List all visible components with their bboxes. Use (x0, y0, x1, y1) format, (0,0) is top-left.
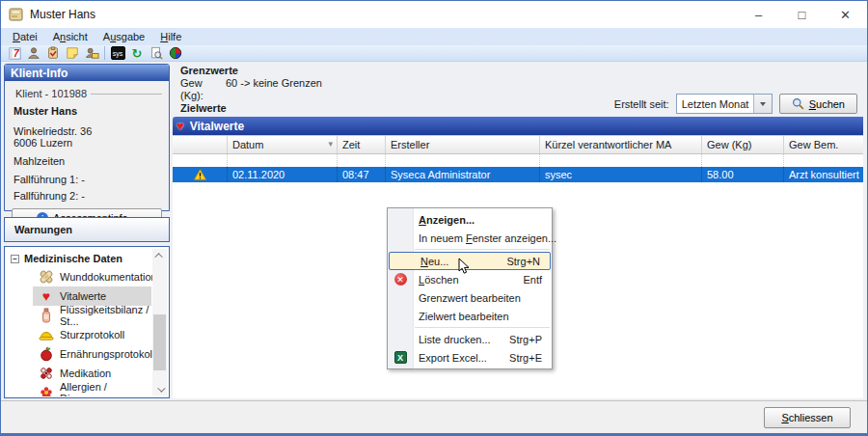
grenzwerte-label: Grenzwerte (180, 65, 322, 77)
menubar: Datei Ansicht Ausgabe Hilfe (1, 28, 867, 45)
minimize-button[interactable]: – (737, 1, 780, 28)
pills-icon (39, 366, 54, 381)
menu-item-anzeigen[interactable]: Anzeigen... (388, 210, 552, 229)
window-controls: – □ ✕ (737, 1, 867, 28)
menu-hilfe[interactable]: Hilfe (152, 30, 189, 43)
menu-item-grenzwert-bearbeiten[interactable]: Grenzwert bearbeiten (388, 288, 552, 307)
erstellt-seit-select[interactable]: Letzten Monat (676, 94, 773, 114)
menu-ansicht[interactable]: Ansicht (45, 30, 95, 43)
tree-item-wunddokumentation[interactable]: Wunddokumentation (6, 267, 151, 286)
column-header-gew-bem[interactable]: Gew Bem. (784, 136, 863, 153)
footer: Schliessen (1, 400, 867, 433)
warnungen-header: Warnungen (5, 218, 169, 235)
mouse-cursor (456, 258, 472, 275)
scroll-up-icon[interactable] (152, 249, 167, 261)
sort-indicator-icon: ▾ (328, 139, 337, 153)
bottle-icon (39, 308, 54, 323)
section-title: Vitalwerte (190, 120, 244, 133)
column-header-datum[interactable]: Datum▾ (228, 136, 338, 153)
search-icon (792, 97, 804, 110)
column-header-gew[interactable]: Gew (Kg) (702, 136, 784, 153)
cell-gew-bem: Arzt konsultiert (784, 167, 863, 182)
tree-item-allergien-diagnosen[interactable]: Allergien / Diagnosen... (6, 383, 151, 396)
column-header-kuerzel[interactable]: Kürzel verantwortlicher MA (540, 136, 702, 153)
cell-datum: 02.11.2020 (228, 167, 338, 182)
app-window: Muster Hans – □ ✕ Datei Ansicht Ausgabe … (0, 0, 868, 436)
menu-item-liste-drucken[interactable]: Liste drucken... Strg+P (388, 330, 552, 348)
person-card-icon[interactable] (83, 45, 100, 61)
klient-info-panel: Klient-Info Klient - 101988 Muster Hans … (4, 64, 170, 211)
apple-icon (39, 346, 54, 362)
tree-item-sturzprotokoll[interactable]: Sturzprotokoll (6, 325, 151, 344)
delete-icon: ✕ (394, 273, 407, 286)
klient-address-line2: 6006 Luzern (14, 137, 162, 149)
maximize-button[interactable]: □ (780, 1, 824, 28)
pie-chart-icon[interactable] (167, 45, 184, 61)
erstellt-seit-label: Erstellt seit: (614, 98, 669, 110)
tree-item-fluessigkeitsbilanz[interactable]: Flüssigkeitsbilanz / St... (6, 306, 151, 325)
helmet-icon (39, 327, 54, 342)
tree-item-medikation[interactable]: Medikation (6, 364, 151, 383)
column-header-ersteller[interactable]: Ersteller (386, 136, 540, 153)
person-icon[interactable] (25, 45, 42, 61)
cell-zeit: 08:47 (338, 167, 386, 182)
note-icon[interactable] (64, 45, 81, 61)
cell-kuerzel: sysec (540, 167, 702, 182)
menu-item-in-neuem-fenster[interactable]: In neuem Fenster anzeigen... (388, 229, 552, 247)
suchen-button[interactable]: Suchen (779, 94, 857, 114)
menu-separator (415, 249, 550, 250)
clipboard-check-icon[interactable] (44, 45, 62, 61)
combo-dropdown-button[interactable] (753, 95, 772, 113)
sidebar: Klient-Info Klient - 101988 Muster Hans … (4, 62, 171, 401)
medizinische-daten-tree: − Medizinische Daten Wunddokumentation ♥… (4, 246, 170, 398)
klient-name: Muster Hans (14, 105, 162, 117)
column-header-icon[interactable] (173, 136, 228, 153)
heart-icon: ♥ (176, 120, 184, 132)
calendar-icon[interactable]: 7 (6, 45, 23, 61)
tree-scrollbar[interactable] (152, 249, 167, 395)
tree-root-medizinische-daten[interactable]: − Medizinische Daten (6, 248, 168, 267)
table-row[interactable]: 02.11.2020 08:47 Syseca Administrator sy… (173, 167, 863, 182)
klient-number: Klient - 101988 (15, 88, 91, 99)
titlebar: Muster Hans – □ ✕ (1, 1, 867, 28)
menu-item-export-excel[interactable]: X Export Excel... Strg+E (388, 348, 552, 367)
chevron-down-icon (760, 102, 766, 106)
sys-badge-icon[interactable]: sys (109, 45, 126, 61)
context-menu: Anzeigen... In neuem Fenster anzeigen...… (387, 207, 553, 369)
menu-item-zielwert-bearbeiten[interactable]: Zielwert bearbeiten (388, 307, 552, 325)
fallfuehrung-1: Fallführung 1: - (14, 174, 162, 185)
klient-meals-label: Mahlzeiten (14, 155, 162, 167)
menu-separator (415, 327, 550, 328)
heart-icon: ♥ (39, 288, 54, 304)
tree-item-vitalwerte[interactable]: ♥ Vitalwerte (33, 286, 151, 306)
print-preview-icon[interactable] (148, 45, 165, 61)
flower-icon (39, 385, 54, 396)
toolbar-separator (104, 46, 105, 60)
klient-info-header: Klient-Info (5, 65, 169, 81)
cell-gew: 58.00 (702, 167, 784, 182)
grenzwert-row: Gew (Kg): 60 -> keine Grenzen (180, 77, 322, 102)
bandage-icon (39, 269, 54, 285)
klient-address-line1: Winkelriedstr. 36 (14, 125, 162, 137)
tree-item-ernaehrungsprotokoll[interactable]: Ernährungsprotokoll (6, 344, 151, 364)
tree-collapse-icon[interactable]: − (11, 255, 19, 263)
grid-header: Datum▾ Zeit Ersteller Kürzel verantwortl… (173, 136, 863, 154)
filter-row: Erstellt seit: Letzten Monat Suchen (614, 94, 857, 114)
toolbar: 7 sys ↻ (1, 45, 867, 62)
close-button[interactable]: ✕ (824, 1, 867, 28)
schliessen-button[interactable]: Schliessen (764, 407, 851, 428)
vitalwerte-section-bar: ♥ Vitalwerte (173, 117, 863, 135)
fallfuehrung-2: Fallführung 2: - (14, 190, 162, 202)
app-icon (9, 7, 24, 22)
warning-icon (194, 169, 206, 180)
refresh-icon[interactable]: ↻ (128, 45, 146, 61)
klient-number-group: Klient - 101988 (15, 88, 162, 99)
zielwerte-label: Zielwerte (180, 102, 322, 115)
scroll-thumb[interactable] (153, 314, 166, 370)
menu-datei[interactable]: Datei (5, 30, 45, 43)
column-header-zeit[interactable]: Zeit (338, 136, 386, 153)
grid-gutter-row (173, 154, 863, 167)
scroll-down-icon[interactable] (152, 383, 167, 395)
menu-ausgabe[interactable]: Ausgabe (95, 30, 152, 43)
warnungen-panel[interactable]: Warnungen (4, 217, 170, 242)
